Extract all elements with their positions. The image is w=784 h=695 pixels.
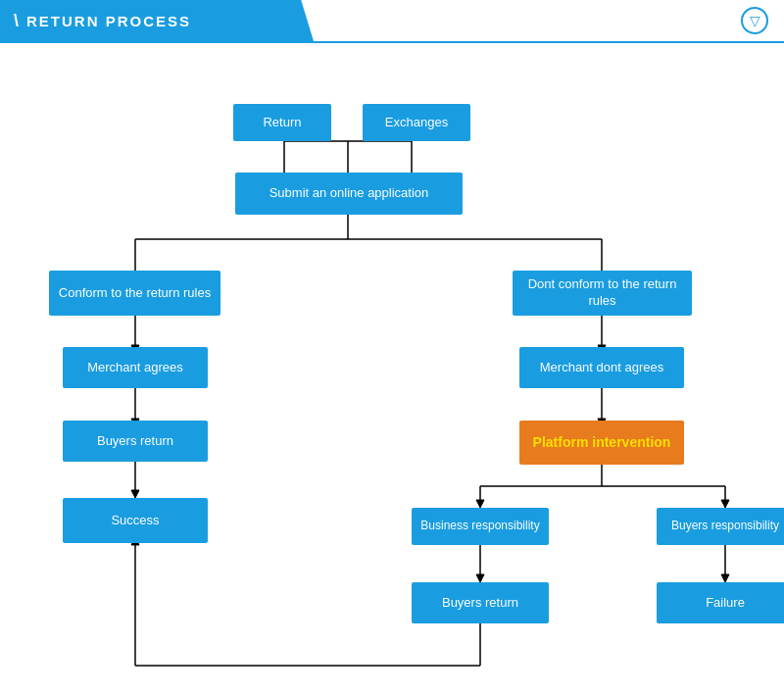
svg-marker-21 bbox=[476, 500, 484, 508]
page-title: RETURN PROCESS bbox=[26, 13, 191, 29]
diagram: Return Exchanges Submit an online applic… bbox=[0, 43, 784, 695]
business-responsibility-box: Business responsibility bbox=[412, 508, 549, 545]
conform-return-box: Conform to the return rules bbox=[49, 271, 220, 316]
submit-online-box: Submit an online application bbox=[235, 173, 463, 215]
header: \ RETURN PROCESS bbox=[0, 0, 314, 41]
svg-marker-25 bbox=[476, 574, 484, 582]
buyers-responsibility-box: Buyers responsibility bbox=[657, 508, 784, 545]
merchant-dont-agrees-box: Merchant dont agrees bbox=[519, 347, 684, 388]
buyers-return-left-box: Buyers return bbox=[63, 421, 208, 462]
return-box: Return bbox=[233, 104, 331, 141]
buyers-return-right-box: Buyers return bbox=[412, 582, 549, 623]
svg-marker-13 bbox=[131, 490, 139, 498]
backslash-icon: \ bbox=[14, 11, 19, 31]
success-box: Success bbox=[63, 498, 208, 543]
exchanges-box: Exchanges bbox=[363, 104, 470, 141]
top-bar: \ RETURN PROCESS ▽ bbox=[0, 0, 784, 43]
failure-box: Failure bbox=[657, 582, 784, 623]
svg-marker-27 bbox=[721, 574, 729, 582]
down-filter-icon[interactable]: ▽ bbox=[741, 7, 768, 34]
dont-conform-return-box: Dont conform to the return rules bbox=[513, 271, 692, 316]
merchant-agrees-box: Merchant agrees bbox=[63, 347, 208, 388]
platform-intervention-box: Platform intervention bbox=[519, 421, 684, 465]
svg-marker-23 bbox=[721, 500, 729, 508]
